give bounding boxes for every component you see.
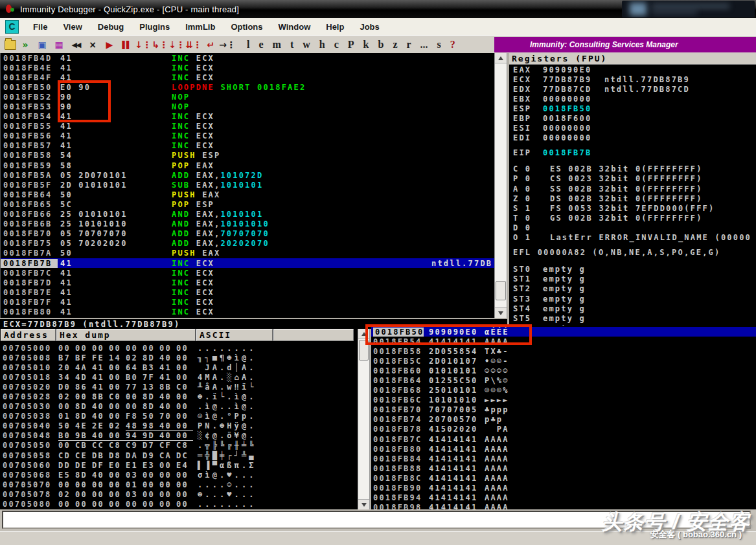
disasm-row[interactable]: 0018FB5541INC ECX bbox=[1, 122, 494, 131]
run-icon[interactable]: ▶ bbox=[102, 38, 117, 52]
fpu-row[interactable]: ST5empty g bbox=[509, 313, 756, 323]
register-row[interactable]: EDX77DB87CDntdll.77DB87CD bbox=[509, 84, 756, 94]
hexdump-row[interactable]: 0070500000 00 00 00 00 00 00 00 ........ bbox=[0, 343, 358, 353]
flag-row[interactable]: A 0SS 002B 32bit 0(FFFFFFFF) bbox=[509, 184, 756, 194]
stack-row[interactable]: 0018FB9041414141AAAA bbox=[371, 484, 756, 493]
hexdump-row[interactable]: 0070507000 00 00 00 01 00 00 00 ....☺... bbox=[0, 480, 358, 489]
disasm-row[interactable]: 0018FB5F2D 01010101SUB EAX,1010101 bbox=[1, 180, 494, 190]
disasm-row[interactable]: 0018FB7505 70202020ADD EAX,20202070 bbox=[1, 239, 494, 249]
toolbar-letter-?[interactable]: ? bbox=[446, 39, 460, 50]
stack-pane[interactable]: 0018FB50909090E0αÉÉÉ0018FB5441414141AAAA… bbox=[371, 326, 756, 509]
stack-row[interactable]: 0018FB7841502020 PA bbox=[371, 425, 756, 434]
disassembly-scrollbar[interactable] bbox=[494, 53, 507, 318]
disasm-row[interactable]: 0018FB4D41INC ECX bbox=[1, 53, 494, 63]
hexdump-row[interactable]: 00705058CD CE DB D8 DA D9 CA DC ═╬█╪┌┘╩▄ bbox=[0, 450, 358, 460]
toolbar-letter-z[interactable]: z bbox=[388, 39, 402, 50]
disasm-row[interactable]: 0018FB8041INC ECX bbox=[1, 307, 494, 317]
register-row[interactable]: EBX00000000 bbox=[509, 94, 756, 104]
flag-row[interactable]: Z 0DS 002B 32bit 0(FFFFFFFF) bbox=[509, 194, 756, 203]
stack-row[interactable]: 0018FB5C2D010107•☺☺- bbox=[371, 356, 756, 366]
toolbar-letter-P[interactable]: P bbox=[343, 39, 359, 50]
hexdump-row[interactable]: 0070508000 00 00 00 00 00 00 00 ........ bbox=[0, 500, 358, 509]
register-row[interactable]: EDI00000000 bbox=[509, 133, 756, 143]
disasm-row[interactable]: 0018FB7005 70707070ADD EAX,70707070 bbox=[1, 229, 494, 239]
return-icon[interactable]: ↵ bbox=[203, 38, 218, 52]
step-into-icon[interactable]: ↓⋮ bbox=[135, 38, 151, 52]
disasm-row[interactable]: 0018FB5A05 2D070101ADD EAX,101072D bbox=[1, 170, 494, 180]
restart-icon[interactable]: » bbox=[17, 38, 33, 52]
fpu-row[interactable]: ST1empty g bbox=[509, 274, 756, 284]
scroll-down-icon[interactable] bbox=[495, 307, 507, 318]
stack-row[interactable]: 0018FB8041414141AAAA bbox=[371, 444, 756, 454]
toolbar-letter-...[interactable]: ... bbox=[416, 39, 433, 50]
flag-row[interactable]: P 0CS 0023 32bit 0(FFFFFFFF) bbox=[509, 174, 756, 184]
disasm-row[interactable]: 0018FB5641INC ECX bbox=[1, 131, 494, 141]
disasm-row[interactable]: 0018FB4E41INC ECX bbox=[1, 63, 494, 72]
toolbar-letter-r[interactable]: r bbox=[402, 39, 416, 50]
hexdump-row[interactable]: 0070507802 00 00 00 03 00 00 00 ☻...♥... bbox=[0, 489, 358, 499]
disasm-row[interactable]: 0018FB655CPOP ESP bbox=[1, 199, 494, 209]
menu-item-debug[interactable]: Debug bbox=[90, 22, 132, 32]
stack-row[interactable]: 0018FB8441414141AAAA bbox=[371, 454, 756, 463]
trace-into-icon[interactable]: ⇣⋮ bbox=[169, 38, 185, 52]
fpu-row[interactable]: ST0empty g bbox=[509, 265, 756, 274]
hexdump-row[interactable]: 0070503801 8D 40 00 F8 50 70 00 ☺ì@.°Pp. bbox=[0, 412, 358, 421]
menu-item-immlib[interactable]: ImmLib bbox=[178, 22, 223, 32]
hexdump-scrollbar[interactable] bbox=[358, 329, 370, 509]
hex-dump-pane[interactable]: Address Hex dump ASCII 0070500000 00 00 … bbox=[0, 329, 358, 509]
title-bar[interactable]: Immunity Debugger - QuickZip.exe - [CPU … bbox=[0, 0, 756, 18]
disasm-row[interactable]: 0018FB5854PUSH ESP bbox=[1, 151, 494, 161]
fpu-row[interactable]: ST3empty g bbox=[509, 294, 756, 304]
flag-row[interactable]: C 0ES 002B 32bit 0(FFFFFFFF) bbox=[509, 164, 756, 174]
register-row[interactable]: EBP0018F600 bbox=[509, 113, 756, 123]
hexdump-row[interactable]: 0070501834 4D 41 00 B0 7F 41 00 4MA.░⌂A. bbox=[0, 372, 358, 382]
flag-row[interactable]: D 0 bbox=[509, 223, 756, 232]
disasm-row[interactable]: 0018FB7F41INC ECX bbox=[1, 297, 494, 307]
toolbar-letter-s[interactable]: s bbox=[433, 39, 446, 50]
step-back-icon[interactable]: ◀◀ bbox=[68, 38, 84, 52]
register-row[interactable]: ECX77DB87B9ntdll.77DB87B9 bbox=[509, 74, 756, 84]
stack-row[interactable]: 0018FB9441414141AAAA bbox=[371, 493, 756, 503]
step-over-icon[interactable]: ↳⋮ bbox=[152, 38, 168, 52]
hexdump-row[interactable]: 0070503000 8D 40 00 00 8D 40 00 .ì@..ì@. bbox=[0, 402, 358, 412]
register-row[interactable]: EIP0018FB7B bbox=[509, 148, 756, 158]
hexdump-row[interactable]: 00705048B0 9B 40 00 94 9D 40 00 ░¢@.ö¥@. bbox=[0, 431, 358, 441]
scroll-thumb[interactable] bbox=[496, 281, 506, 300]
pause-icon[interactable]: ▌▌ bbox=[119, 38, 134, 52]
disasm-row[interactable]: 0018FB7E41INC ECX bbox=[1, 287, 494, 297]
stack-row[interactable]: 0018FB6C10101010►►►► bbox=[371, 395, 756, 405]
disasm-row[interactable]: 0018FB5741INC ECX bbox=[1, 141, 494, 151]
stack-row[interactable]: 0018FB6401255C50P\%☺ bbox=[371, 375, 756, 385]
toolbar-letter-w[interactable]: w bbox=[298, 39, 315, 50]
menu-item-options[interactable]: Options bbox=[223, 22, 270, 32]
toolbar-letter-l[interactable]: l bbox=[242, 39, 254, 50]
menu-item-window[interactable]: Window bbox=[271, 22, 319, 32]
hexdump-row[interactable]: 00705020D0 86 41 00 77 13 8B C0 ╨åA.w‼ï└ bbox=[0, 382, 358, 392]
register-row[interactable]: ESI00000000 bbox=[509, 124, 756, 133]
toolbar-letter-e[interactable]: e bbox=[254, 39, 268, 50]
stack-row[interactable]: 0018FB6825010101☺☺☺% bbox=[371, 386, 756, 395]
toolbar-letter-c[interactable]: c bbox=[330, 39, 343, 50]
stack-row[interactable]: 0018FB8841414141AAAA bbox=[371, 463, 756, 473]
hexdump-row[interactable]: 00705068E5 8D 40 00 03 00 00 00 σì@.♥... bbox=[0, 470, 358, 480]
disasm-row[interactable]: 0018FB6B25 10101010AND EAX,10101010 bbox=[1, 219, 494, 229]
menu-item-view[interactable]: View bbox=[55, 22, 89, 32]
menu-item-file[interactable]: File bbox=[25, 22, 55, 32]
disasm-row[interactable]: 0018FB5958POP EAX bbox=[1, 161, 494, 170]
register-row[interactable]: ESP0018FB50 bbox=[509, 104, 756, 113]
hexdump-row[interactable]: 0070502802 00 8B C0 00 8D 40 00 ☻.ï└.ì@. bbox=[0, 392, 358, 401]
hexdump-row[interactable]: 0070501020 4A 41 00 64 B3 41 00 JA.d│A. bbox=[0, 362, 358, 372]
flag-row[interactable]: O 1LastErr ERROR_INVALID_NAME (00000 bbox=[509, 233, 756, 243]
scroll-down-icon[interactable] bbox=[358, 499, 369, 509]
register-row[interactable]: EAX909090E0 bbox=[509, 65, 756, 74]
hexdump-row[interactable]: 00705060DD DE DF E0 E1 E3 00 E4 ▌▐▀αßπ.Σ bbox=[0, 460, 358, 470]
disasm-row[interactable]: 0018FB7B41INC ECXntdll.77DB bbox=[1, 258, 494, 268]
menu-item-jobs[interactable]: Jobs bbox=[352, 22, 387, 32]
flag-row[interactable]: T 0GS 002B 32bit 0(FFFFFFFF) bbox=[509, 213, 756, 223]
registers-pane[interactable]: Registers (FPU) EAX909090E0ECX77DB87B9nt… bbox=[509, 53, 756, 327]
windows-icon[interactable]: ▣ bbox=[34, 38, 50, 52]
open-file-icon[interactable] bbox=[1, 38, 16, 52]
run-to-user-icon[interactable]: →⋮ bbox=[220, 38, 235, 52]
scroll-up-icon[interactable] bbox=[495, 53, 507, 63]
fpu-row[interactable]: ST2empty g bbox=[509, 284, 756, 294]
